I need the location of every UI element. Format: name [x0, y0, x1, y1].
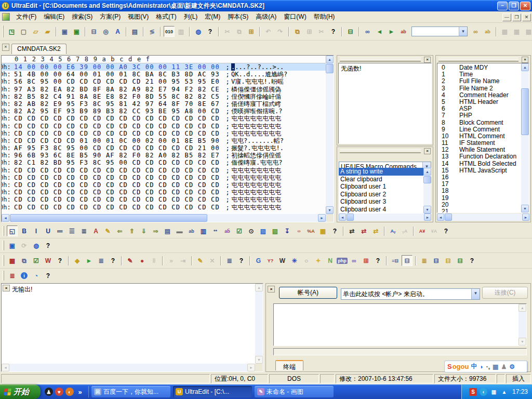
- hex-ascii[interactable]: 屯屯屯屯屯屯屯屯: [231, 181, 281, 189]
- mdi-restore-button[interactable]: ❐: [512, 14, 521, 21]
- document-menu-icon[interactable]: [2, 13, 10, 21]
- template-hscrollbar[interactable]: ◄ ►: [437, 214, 529, 221]
- taskbar-task-1[interactable]: 回百度一下，你就知...: [91, 386, 170, 397]
- numbered-list-icon[interactable]: ≣: [78, 225, 89, 236]
- find-prev-icon[interactable]: ◄: [374, 26, 385, 37]
- hex-row[interactable]: 0h:82 C1 82 BD 95 F3 8C 95 00 CD CD CD C…: [2, 159, 326, 166]
- run-script-icon[interactable]: ►: [84, 255, 95, 266]
- anchor-icon[interactable]: ↧: [282, 225, 292, 236]
- scroll-right-icon[interactable]: ►: [424, 214, 431, 221]
- hex-vscroll-thumb[interactable]: [326, 64, 334, 73]
- hex-editor-pane[interactable]: 0 1 2 3 4 5 6 7 8 9 a b c d e f 0h:14 00…: [1, 55, 334, 222]
- hex-bytes[interactable]: CD CD CD CD CD CD CD CD CD CD CD CD CD C…: [14, 115, 224, 122]
- scroll-left-icon[interactable]: ◄: [339, 214, 346, 221]
- image-icon[interactable]: ▨: [258, 225, 269, 236]
- paste-icon[interactable]: ⊞: [246, 26, 257, 37]
- horizontal-rule-icon[interactable]: ▬: [174, 225, 185, 236]
- scroll-right-icon[interactable]: ►: [318, 214, 326, 222]
- print-icon[interactable]: ⊟: [88, 26, 99, 37]
- hex-bytes[interactable]: CD CD CD CD CD CD CD CD CD CD CD CD CD C…: [14, 189, 224, 196]
- help-script-icon[interactable]: ?: [108, 255, 118, 266]
- mdi-minimize-button[interactable]: —: [502, 14, 511, 21]
- rotate-tray-icon[interactable]: ‹: [480, 388, 487, 396]
- hex-ascii[interactable]: 屯屯屯屯屯屯屯屯: [231, 196, 281, 203]
- hex-bytes[interactable]: 82 B5 82 C4 91 8A 8E E8 82 F0 8D 55 8C 8…: [14, 93, 224, 100]
- new-from-template-icon[interactable]: ◳: [6, 26, 17, 37]
- scroll-down-icon[interactable]: ▼: [423, 206, 431, 214]
- hex-row[interactable]: 0h:AF 95 F3 8C 95 00 CD CD CD CD CD CD C…: [2, 144, 326, 152]
- font-icon[interactable]: A: [112, 26, 123, 37]
- script-list-icon[interactable]: ≣: [96, 255, 107, 266]
- hex-ascii[interactable]: V寱.屯屯屯!.昐暚: [231, 78, 284, 85]
- help-convert-icon[interactable]: ?: [441, 225, 451, 236]
- html-toolbar-toggle-icon[interactable]: ◱: [7, 225, 18, 236]
- toolbar-grip[interactable]: [3, 271, 4, 281]
- hex-bytes[interactable]: CD CD CD CD CD CD CD CD CD CD CD CD CD C…: [14, 174, 224, 181]
- font-color-icon[interactable]: A: [90, 225, 101, 236]
- ftp-save-icon[interactable]: ⊟: [455, 255, 466, 266]
- macro-command-list[interactable]: A string to writeClear clipboardClipboar…: [339, 168, 431, 214]
- hex-ascii[interactable]: 屯屯屯屯屯屯屯屯: [231, 174, 281, 181]
- macro-panel-grip[interactable]: ×: [339, 148, 431, 154]
- hex-ascii[interactable]: 屯屯屯屯屯屯屯屯: [231, 115, 281, 122]
- search-term-combo[interactable]: ▼: [411, 26, 468, 36]
- print-current-line-icon[interactable]: ⊟: [345, 26, 356, 37]
- template-list-item[interactable]: 15HTML JavaScript: [437, 167, 521, 174]
- macro-list-icon[interactable]: ≣: [224, 255, 235, 266]
- hex-ascii[interactable]: 屯屯屯屯屯屯屯屯: [231, 130, 281, 137]
- template-hscroll-thumb[interactable]: [445, 214, 452, 221]
- template-panel-grip[interactable]: ×: [437, 57, 529, 63]
- tag-icon[interactable]: ‹›: [294, 225, 304, 236]
- toolbar-grip[interactable]: [3, 226, 4, 236]
- hex-bytes[interactable]: 51 4B 00 00 64 00 01 00 01 8C BA 8C B3 8…: [14, 71, 224, 78]
- hex-bytes[interactable]: 14 00 00 00 E6 39 00 00 A0 3C 00 00 11 3…: [14, 63, 224, 71]
- connect-button[interactable]: 连接(C): [482, 287, 528, 299]
- template-list-item[interactable]: 18: [437, 188, 521, 194]
- menu-item-12[interactable]: 帮助(H): [310, 12, 339, 21]
- macro-vscroll-thumb[interactable]: [423, 176, 431, 183]
- php-icon[interactable]: php: [337, 255, 348, 266]
- terminal-output-area[interactable]: ▲ ▼: [273, 303, 527, 346]
- template-list-item[interactable]: 14HTML Bold Selected: [437, 161, 521, 167]
- terminal-close-icon[interactable]: ×: [268, 286, 275, 292]
- protect-icon[interactable]: ▦: [317, 225, 328, 236]
- dos-to-mac-icon[interactable]: ⇄: [358, 225, 369, 236]
- copy-pages-icon[interactable]: ⧉: [19, 255, 30, 266]
- find-in-files-icon[interactable]: ∞: [470, 26, 481, 37]
- hex-row[interactable]: 0h:CD CD CD CD CD 01 00 01 0C 00 02 00 0…: [2, 137, 326, 144]
- hex-row[interactable]: 0h:CD CD CD CD CD CD CD CD CD CD CD CD C…: [2, 189, 326, 196]
- start-button[interactable]: 开始: [0, 384, 41, 399]
- to-fullwidth-icon[interactable]: A¥: [417, 225, 428, 236]
- new-file-icon[interactable]: ▢: [18, 26, 29, 37]
- convert-char-icon[interactable]: %A: [305, 225, 316, 236]
- template-list-item[interactable]: 9Line Comment: [437, 126, 521, 133]
- hex-row[interactable]: 0h:CD CD CD CD CD CD CD CD CD CD CD CD C…: [2, 123, 326, 130]
- hex-bytes[interactable]: AF 95 F3 8C 95 00 CD CD CD CD CD CD CD C…: [14, 144, 224, 152]
- mascot-icon[interactable]: ♟: [501, 363, 507, 370]
- template-vscroll-thumb[interactable]: [521, 88, 529, 135]
- hex-ascii[interactable]: 橉傟偨彊偐傜斶偽: [231, 86, 281, 93]
- align-center-icon[interactable]: ⇑: [126, 225, 137, 236]
- google-icon[interactable]: G: [253, 255, 264, 266]
- chevron-down-icon[interactable]: ▼: [471, 289, 480, 299]
- lightbulb-icon[interactable]: ○: [301, 255, 312, 266]
- macro-list-item[interactable]: Clear clipboard: [339, 176, 423, 183]
- menu-item-5[interactable]: 视图(V): [124, 12, 152, 21]
- tree-view-icon[interactable]: ≣: [419, 255, 430, 266]
- italic-icon[interactable]: I: [31, 225, 42, 236]
- scroll-up-icon[interactable]: ▲: [326, 56, 334, 63]
- hex-row[interactable]: 0h:CD CD CD CD CD CD CD CD CD CD CD CD C…: [2, 167, 326, 174]
- help-tools-icon[interactable]: ?: [55, 255, 65, 266]
- hex-hscroll-thumb[interactable]: [10, 214, 207, 222]
- menu-item-1[interactable]: 文件(F): [12, 12, 40, 21]
- help-view-icon[interactable]: ?: [467, 255, 477, 266]
- hex-ascii[interactable]: 偟偰慖庰傪崘屽偱: [231, 93, 281, 100]
- underline-icon[interactable]: U: [43, 225, 54, 236]
- toolbar-grip[interactable]: [3, 241, 4, 250]
- template-list-item[interactable]: 13Function Declaration: [437, 153, 521, 160]
- hex-bytes[interactable]: 82 AB 82 E9 95 F3 8C 95 81 42 97 64 8F 7…: [14, 100, 224, 108]
- label-icon[interactable]: ab̈: [222, 225, 233, 236]
- chevron-down-icon[interactable]: ▼: [459, 27, 467, 36]
- template-list-item[interactable]: 20: [437, 202, 521, 208]
- text-field-icon[interactable]: ab: [186, 225, 197, 236]
